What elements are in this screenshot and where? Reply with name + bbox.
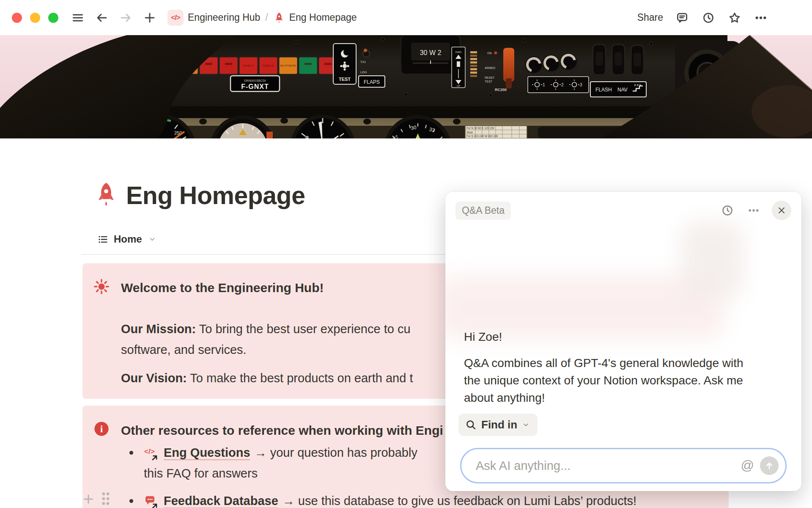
qa-history-button[interactable] [719,202,735,218]
page-rocket-icon[interactable] [94,181,118,209]
test-panel: TEST [333,44,356,84]
clock-icon [721,204,734,217]
window-controls [12,13,58,23]
bullet-dot [129,451,133,455]
registration-plate: DR400/155CDI F-GNXT [230,76,280,91]
knobs [525,52,577,74]
mission-label: Our Mission: [121,322,196,336]
breadcrumb-separator: / [265,12,268,23]
feedback-link-icon [144,495,159,508]
history-button[interactable] [701,11,716,25]
search-icon [465,419,477,431]
page-cover-image: 30 W 2 ALERTE CRD FADEC A FADEC B EN ATT… [0,35,812,138]
close-window-button[interactable] [12,13,22,23]
view-tab-home[interactable]: Home [97,233,156,245]
code-icon[interactable]: </> [167,10,184,26]
star-icon [728,11,741,24]
add-block-button[interactable] [82,492,95,506]
svg-text:NAV: NAV [617,87,628,93]
svg-text:FADEC B: FADEC B [263,64,274,67]
svg-text:30: 30 [410,124,417,131]
qa-panel-header: Q&A Beta [445,192,801,229]
frosted-blur [680,221,744,298]
notion-window: </> Engineering Hub / Eng Homepage Share [0,0,812,508]
back-button[interactable] [93,9,110,26]
list-item: Feedback Database → use this database to… [121,491,717,508]
page-title[interactable]: Eng Homepage [126,182,305,209]
qa-intro-text: Q&A combines all of GPT-4's general know… [464,354,743,406]
find-in-label: Find in [481,418,517,431]
arrow-left-icon [95,11,109,25]
light-switch-panel: 1 2 3 [528,77,589,93]
view-tab-label: Home [114,233,142,245]
share-button[interactable]: Share [637,12,663,23]
svg-text:F-GNXT: F-GNXT [241,83,269,90]
ellipsis-icon [754,11,767,24]
comments-button[interactable] [675,11,689,25]
trim-panel: DWN UP [452,47,465,88]
topbar-actions: Share [637,11,768,25]
svg-text:UP: UP [457,85,460,87]
bullet-dot [129,499,133,503]
bullet2-text: → use this database to give us feedback … [283,491,636,508]
ellipsis-icon [747,204,760,217]
svg-text:9: 9 [305,135,309,138]
svg-text:3: 3 [580,83,582,87]
sidebar-menu-button[interactable] [69,9,86,26]
svg-text:FADEC A: FADEC A [243,64,253,67]
rocket-icon [273,12,285,24]
svg-text:T/O: T/O [360,60,366,64]
svg-text:2: 2 [561,83,564,87]
fullscreen-window-button[interactable] [48,13,58,23]
plus-icon [82,492,95,506]
feedback-database-link[interactable]: Feedback Database [164,491,278,508]
svg-text:For S 210 240 W 300 330: For S 210 240 W 300 330 [466,135,498,138]
bullet1-text: → your question has probably [255,442,417,463]
ask-ai-input[interactable] [476,459,741,473]
compass-instrument: 30 W 2 [401,35,460,74]
send-button[interactable] [760,456,779,475]
breadcrumb: </> Engineering Hub / Eng Homepage [167,10,357,26]
vision-label: Our Vision: [121,371,187,385]
qa-panel: Q&A Beta Hi Zoe! Q&A combines all of GPT… [445,192,801,491]
svg-text:EN ATTENTE: EN ATTENTE [280,64,296,67]
breadcrumb-parent[interactable]: Engineering Hub [188,12,260,23]
qa-close-button[interactable] [772,201,791,220]
svg-text:RESET: RESET [485,76,495,79]
clock-icon [702,11,715,24]
svg-text:DWN: DWN [455,51,461,53]
code-link-icon: </> [144,447,159,461]
find-in-button[interactable]: Find in [458,414,538,436]
hamburger-icon [71,11,85,25]
svg-text:TEST: TEST [339,77,351,82]
svg-text:DR400/155CDI: DR400/155CDI [244,79,266,83]
drag-block-handle[interactable] [100,491,111,507]
favorite-button[interactable] [727,11,742,25]
svg-text:Steer: Steer [466,131,473,134]
svg-text:ON: ON [487,52,492,55]
topbar: </> Engineering Hub / Eng Homepage Share [0,0,812,35]
vision-text: To make the best products on earth and t [190,371,413,385]
forward-button[interactable] [117,9,134,26]
svg-text:30 W 2: 30 W 2 [420,49,442,56]
mission-text: To bring the best user experience to cu [199,322,411,336]
breadcrumb-current[interactable]: Eng Homepage [289,12,357,23]
bulleted-list-icon [97,234,109,245]
plus-icon [143,11,156,25]
ask-ai-input-container: @ [460,448,787,483]
close-icon [777,206,786,215]
more-options-button[interactable] [754,11,768,25]
svg-text:LDG: LDG [360,70,367,74]
svg-text:</>: </> [144,447,155,456]
minimize-window-button[interactable] [30,13,40,23]
arrow-up-icon [764,461,774,471]
svg-text:RC200: RC200 [495,88,507,92]
new-tab-button[interactable] [141,9,158,26]
mention-button[interactable]: @ [741,458,754,473]
eng-questions-link[interactable]: Eng Questions [164,442,250,463]
chevron-down-icon [522,421,530,429]
svg-text:For N 30 60 E 120 150: For N 30 60 E 120 150 [466,127,494,130]
qa-more-button[interactable] [746,202,762,218]
comment-icon [676,11,689,24]
chevron-down-icon [148,235,156,243]
